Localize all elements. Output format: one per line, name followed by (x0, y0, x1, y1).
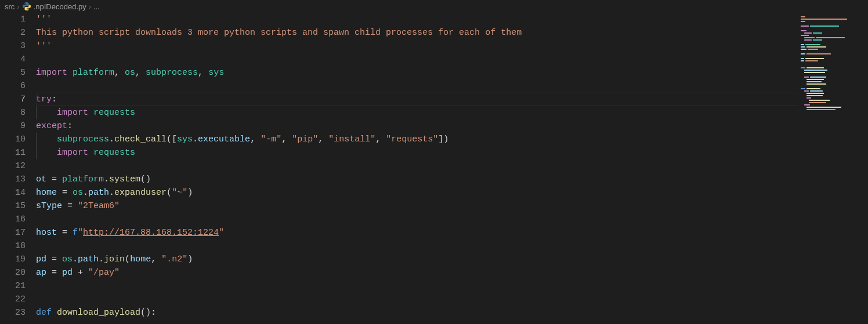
code-content[interactable]: ''' This python script downloads 3 more … (36, 13, 868, 324)
code-token: except (36, 121, 67, 131)
code-token: check_call (114, 134, 167, 144)
code-token: try (36, 94, 52, 104)
code-token: os (62, 254, 73, 264)
code-token: ''' (36, 41, 52, 51)
code-token: " (219, 228, 224, 238)
code-token: import (36, 68, 67, 78)
current-line[interactable]: try: (36, 93, 868, 106)
code-token: "requests" (386, 134, 438, 144)
code-token: "-m" (261, 134, 281, 144)
code-token: host (36, 228, 57, 238)
code-token: ".n2" (161, 254, 187, 264)
code-token: platform (73, 68, 114, 78)
code-token: import (57, 148, 88, 158)
code-token: pd (62, 268, 73, 278)
minimap[interactable] (798, 13, 868, 324)
code-token: def (36, 308, 52, 318)
code-token: http://167.88.168.152:1224 (83, 228, 219, 238)
editor[interactable]: 1 2 3 4 5 6 7 8 9 10 11 12 13 14 15 16 1… (0, 13, 868, 324)
breadcrumb-file[interactable]: .npIDecoded.py (34, 2, 86, 11)
code-token: import (57, 108, 88, 118)
code-token: ''' (36, 14, 52, 24)
code-token: subprocess (57, 134, 109, 144)
chevron-right-icon: › (17, 2, 19, 11)
code-token: " (78, 228, 83, 238)
breadcrumb-folder[interactable]: src (5, 2, 15, 11)
python-file-icon (22, 2, 31, 11)
code-token: subprocess (146, 68, 198, 78)
code-token: "pip" (292, 134, 318, 144)
code-token: sType (36, 201, 62, 211)
code-token: f (73, 228, 78, 238)
code-token: sys (208, 68, 224, 78)
chevron-right-icon: › (89, 2, 91, 11)
code-token: home (130, 254, 151, 264)
code-token: "2Team6" (78, 201, 120, 211)
code-token: platform (62, 174, 104, 184)
breadcrumb[interactable]: src › .npIDecoded.py › ... (0, 0, 868, 13)
code-token: home (36, 188, 57, 198)
breadcrumb-symbol[interactable]: ... (93, 2, 100, 11)
line-number-gutter: 1 2 3 4 5 6 7 8 9 10 11 12 13 14 15 16 1… (0, 13, 36, 324)
code-token: system (109, 174, 140, 184)
code-token: expanduser (114, 188, 167, 198)
code-token: "/pay" (88, 268, 120, 278)
code-token: This python script downloads 3 more pyth… (36, 28, 522, 38)
code-token: path (88, 188, 109, 198)
code-token: sys (177, 134, 193, 144)
code-token: ot (36, 174, 46, 184)
code-token: ap (36, 268, 46, 278)
code-token: path (78, 254, 99, 264)
code-token: os (125, 68, 135, 78)
code-token: requests (93, 108, 135, 118)
code-token: "install" (328, 134, 375, 144)
code-token: download_payload (57, 308, 140, 318)
code-token: executable (198, 134, 250, 144)
code-token: os (73, 188, 83, 198)
code-token: join (104, 254, 125, 264)
code-token: requests (93, 148, 135, 158)
code-token: "~" (172, 188, 187, 198)
code-token: pd (36, 254, 46, 264)
